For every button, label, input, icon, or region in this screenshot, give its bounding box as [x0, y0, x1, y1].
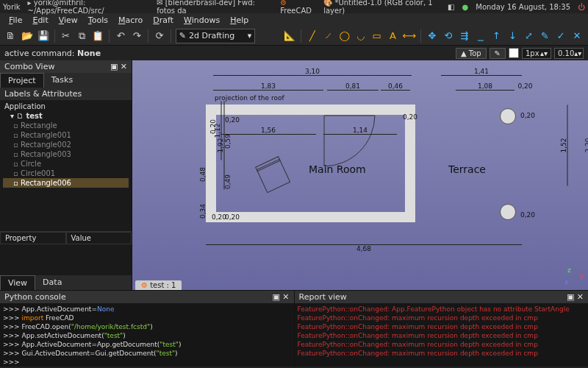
downgrade-icon[interactable]: ↓ — [506, 29, 519, 43]
line-icon[interactable]: ╱ — [306, 29, 319, 43]
gimp-title: *Untitled-1.0 (RGB color, 1 layer) — [323, 0, 432, 15]
combo-view: Combo View▣ ✕ Project Tasks Labels & Att… — [0, 60, 132, 290]
taskbar-terminal[interactable]: ▸ yorik@mithril: ~/Apps/FreeCAD/src/ — [28, 0, 150, 15]
bottom-panels: Python console▣ ✕ >>> App.ActiveDocument… — [0, 290, 588, 367]
axis-indicator: z y x — [564, 266, 584, 286]
text-icon[interactable]: A — [387, 29, 400, 43]
separator — [420, 29, 421, 43]
taskbar-freecad[interactable]: ⚙ FreeCAD — [280, 0, 316, 15]
menu-macro[interactable]: Macro — [114, 14, 147, 26]
panel-controls[interactable]: ▣ ✕ — [110, 62, 127, 71]
trim-icon[interactable]: ⎯ — [474, 29, 487, 43]
property-table: Property Value — [0, 231, 132, 275]
taskbar-mail[interactable]: ✉ [blenderbrasil-dev] Fwd: fotos da — [157, 0, 273, 15]
label-terrace: Terrace — [448, 163, 486, 175]
tree-item[interactable]: ▫ Rectangle003 — [3, 149, 129, 159]
main-toolbar: 🗎 📂 💾 ✂ ⧉ 📋 ↶ ↷ ⟳ ✎ 2d Drafting▾ 📐 ╱ ⟋ ◯… — [0, 26, 588, 46]
column-circle — [500, 108, 516, 124]
color-swatch[interactable] — [509, 48, 519, 58]
save-icon[interactable]: 💾 — [37, 29, 50, 43]
edit-icon[interactable]: ✎ — [538, 29, 551, 43]
undo-icon[interactable]: ↶ — [114, 29, 127, 43]
floorplan: 3,10 1,41 1,83 0,81 0,46 1,08 0,20 proje… — [162, 68, 573, 268]
redo-icon[interactable]: ↷ — [130, 29, 143, 43]
menu-view[interactable]: View — [54, 14, 82, 26]
col-property[interactable]: Property — [0, 232, 66, 244]
freecad-icon: ⚙ — [280, 0, 287, 7]
tab-data[interactable]: Data — [35, 275, 69, 290]
menu-draft[interactable]: Draft — [148, 14, 178, 26]
tree-item[interactable]: ▫ Circle — [3, 159, 129, 169]
pyconsole-output[interactable]: >>> App.ActiveDocument=None>>> import Fr… — [0, 303, 294, 367]
tree-view[interactable]: Application ▾ 🗋 test ▫ Rectangle ▫ Recta… — [0, 100, 132, 231]
mail-subject: [blenderbrasil-dev] Fwd: fotos da — [157, 0, 255, 15]
polyline-icon[interactable]: ⟋ — [322, 29, 335, 43]
separator — [54, 29, 55, 43]
cut-icon[interactable]: ✂ — [60, 29, 73, 43]
copy-icon[interactable]: ⧉ — [76, 29, 89, 43]
menu-file[interactable]: File — [4, 14, 26, 26]
document-tab[interactable]: ⚙ test : 1 — [135, 280, 182, 290]
workbench-select[interactable]: ✎ 2d Drafting▾ — [176, 29, 255, 43]
menu-windows[interactable]: Windows — [179, 14, 224, 26]
menu-edit[interactable]: Edit — [28, 14, 52, 26]
scale-spin[interactable]: 0.10▴▾ — [554, 48, 584, 59]
tree-item-selected[interactable]: ▫ Rectangle006 — [3, 178, 129, 188]
circle-icon[interactable]: ◯ — [338, 29, 351, 43]
dim-right-h: 2,20 — [584, 94, 589, 197]
tab-project[interactable]: Project — [0, 73, 44, 88]
measure-icon[interactable]: 📐 — [283, 29, 296, 43]
dim-020: 0,20 — [516, 82, 534, 90]
rectangle-icon[interactable]: ▭ — [370, 29, 384, 43]
close-icon[interactable]: ✕ — [570, 29, 584, 43]
tree-item[interactable]: ▫ Rectangle001 — [3, 130, 129, 140]
menu-help[interactable]: Help — [226, 14, 253, 26]
refresh-icon[interactable]: ⟳ — [153, 29, 166, 43]
report-output[interactable]: FeaturePython::onChanged: App.FeaturePyt… — [295, 303, 589, 367]
tree-root[interactable]: Application — [3, 102, 129, 111]
menu-tools[interactable]: Tools — [84, 14, 112, 26]
tree-item[interactable]: ▫ Rectangle — [3, 121, 129, 130]
upgrade-icon[interactable]: ↑ — [490, 29, 503, 43]
tray-icon[interactable]: ◧ — [448, 3, 454, 11]
labels-header: Labels & Attributes — [0, 88, 132, 100]
tray-icon[interactable]: ● — [462, 3, 469, 11]
scale-icon[interactable]: ⤢ — [522, 29, 535, 43]
rotate-icon[interactable]: ⟲ — [442, 29, 455, 43]
construction-toggle[interactable]: ✎ — [490, 48, 506, 59]
clock[interactable]: Monday 16 August, 18:35 — [476, 3, 570, 11]
taskbar-gimp[interactable]: 🎨 *Untitled-1.0 (RGB color, 1 layer) — [323, 0, 442, 15]
tree-item[interactable]: ▫ Circle001 — [3, 169, 129, 178]
view-top-button[interactable]: ▲ Top — [456, 48, 487, 59]
panel-controls[interactable]: ▣ ✕ — [567, 292, 584, 302]
new-icon[interactable]: 🗎 — [4, 29, 18, 43]
user-menu[interactable]: Yorik — [3, 3, 21, 11]
tab-view[interactable]: View — [0, 275, 35, 290]
dim-seg2: 0,81 — [327, 82, 379, 91]
paste-icon[interactable]: 📋 — [91, 29, 104, 43]
open-icon[interactable]: 📂 — [21, 29, 34, 43]
move-icon[interactable]: ✥ — [426, 29, 439, 43]
3d-viewport[interactable]: 3,10 1,41 1,83 0,81 0,46 1,08 0,20 proje… — [132, 60, 588, 290]
tree-doc[interactable]: ▾ 🗋 test — [3, 111, 129, 121]
arc-icon[interactable]: ◡ — [354, 29, 368, 43]
separator — [109, 29, 110, 43]
separator — [301, 29, 301, 43]
apply-icon[interactable]: ✓ — [554, 29, 567, 43]
panel-controls[interactable]: ▣ ✕ — [272, 292, 289, 302]
axis-z: z — [567, 266, 571, 274]
dimension-icon[interactable]: ⟷ — [402, 29, 416, 43]
dim-l1: 0,48 — [199, 167, 207, 182]
tree-item[interactable]: ▫ Rectangle002 — [3, 140, 129, 149]
dim-l4: 0,59 — [224, 134, 232, 149]
tab-tasks[interactable]: Tasks — [44, 73, 80, 88]
dim-seg1: 1,83 — [213, 82, 323, 91]
linewidth-spin[interactable]: 1px▴▾ — [522, 48, 551, 59]
combo-title: Combo View▣ ✕ — [0, 60, 132, 73]
offset-icon[interactable]: ⇶ — [458, 29, 471, 43]
proj-label: projection of the roof — [215, 94, 284, 102]
dim-020: 0,20 — [520, 211, 535, 219]
combo-tabs: Project Tasks — [0, 73, 132, 88]
col-value[interactable]: Value — [66, 232, 132, 244]
logout-icon[interactable]: ⏻ — [578, 3, 585, 11]
